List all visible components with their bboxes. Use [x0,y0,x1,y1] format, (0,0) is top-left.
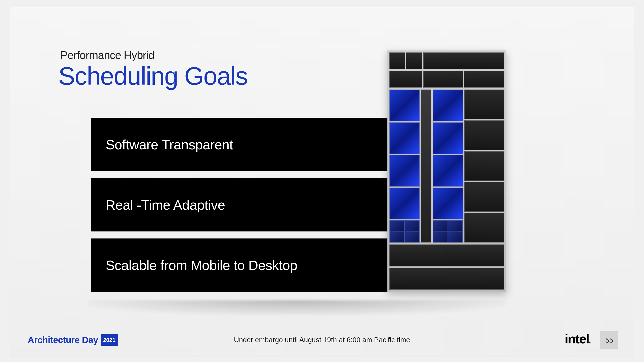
p-core-icon [433,90,463,121]
soc-column-icon [464,90,504,243]
cache-icon [421,90,431,243]
event-name-text: Architecture Day [28,335,98,345]
slide-subtitle: Performance Hybrid [60,49,154,62]
presentation-slide: Performance Hybrid Scheduling Goals Soft… [10,6,634,356]
goals-list: Software Transparent Real -Time Adaptive… [91,118,388,292]
floor-shadow [88,300,506,315]
p-core-icon [389,188,420,219]
die-bottom-region [389,245,504,290]
p-core-icon [389,122,420,154]
p-core-icon [433,122,463,154]
e-core-cluster-icon [389,220,420,242]
embargo-text: Under embargo until August 19th at 6:00 … [234,336,410,344]
chip-die-image [387,51,506,292]
p-core-icon [433,155,463,187]
e-core-cluster-icon [433,220,463,242]
p-core-icon [389,155,420,187]
p-core-icon [433,188,463,219]
p-core-icon [389,90,420,121]
goal-item: Scalable from Mobile to Desktop [91,239,388,292]
goal-item: Software Transparent [91,118,388,171]
event-year-badge: 2021 [101,334,118,346]
die-top-region [389,53,504,88]
die-core-region [389,90,504,243]
event-badge: Architecture Day 2021 [28,334,118,346]
page-number: 55 [600,331,618,349]
goal-item: Real -Time Adaptive [91,178,388,232]
intel-logo: intel [565,331,591,346]
slide-title: Scheduling Goals [58,62,248,90]
